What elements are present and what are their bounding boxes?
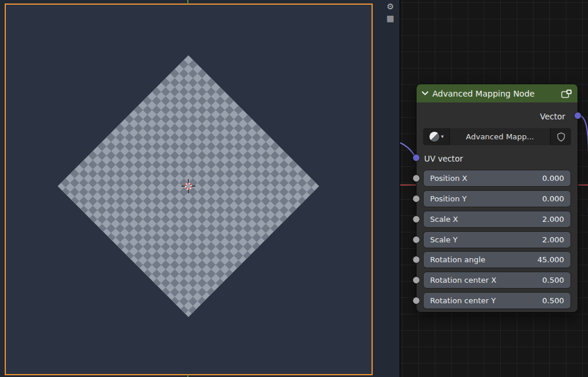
field-label: Rotation angle [430,255,486,264]
shield-icon [557,132,565,142]
number-field[interactable]: Rotation center Y 0.500 [424,293,570,309]
number-field[interactable]: Rotation angle 45.000 [424,252,570,268]
output-row: Vector [417,109,577,124]
field-value: 0.500 [542,276,564,285]
node-advanced-mapping[interactable]: Advanced Mapping Node Vector ▾ A [416,84,578,313]
nodetree-selector: ▾ Advanced Mapp... [423,128,571,145]
node-field-row: Rotation angle 45.000 [417,252,577,268]
preview-sphere-icon [429,131,440,142]
field-value: 45.000 [538,255,565,264]
3d-cursor-icon [181,179,196,194]
node-field-row: Rotation center Y 0.500 [417,293,577,309]
input-socket-uv-vector[interactable] [412,154,420,162]
y-axis-line [187,375,188,377]
input-socket-rotation-angle[interactable] [412,256,420,263]
output-socket-vector[interactable] [574,112,582,119]
grid-icon[interactable]: ▦ [384,13,396,24]
node-group-icon [561,89,572,98]
field-label: Rotation center X [430,276,496,285]
viewport-3d[interactable]: ⚙ ▦ [0,0,400,377]
number-field[interactable]: Scale Y 2.000 [424,232,570,248]
nodetree-name-field[interactable]: Advanced Mapp... [450,128,550,145]
number-field[interactable]: Position Y 0.000 [424,191,570,207]
number-field[interactable]: Rotation center X 0.500 [424,272,570,288]
input-socket-rotation-center-y[interactable] [412,297,420,304]
node-field-row: Rotation center X 0.500 [417,272,577,288]
input-socket-position-y[interactable] [412,195,420,203]
viewport-corner-controls: ⚙ ▦ [384,1,396,24]
input-socket-rotation-center-x[interactable] [412,276,420,284]
field-value: 2.000 [542,215,564,224]
selected-plane-object[interactable] [5,4,373,375]
dropdown-chevron-icon: ▾ [441,134,444,139]
browse-nodetree-button[interactable]: ▾ [423,128,449,145]
blender-window: ⚙ ▦ Advanced Mapping Node [0,0,588,377]
nodetree-name-text: Advanced Mapp... [466,132,534,141]
node-editor-canvas[interactable]: Advanced Mapping Node Vector ▾ A [400,0,588,377]
output-label: Vector [540,112,565,121]
collapse-chevron-icon[interactable] [422,91,428,95]
field-label: Scale Y [430,235,458,244]
node-field-row: Scale Y 2.000 [417,232,577,248]
input-row: UV vector [417,152,577,166]
node-field-row: Scale X 2.000 [417,211,577,227]
input-label: UV vector [424,154,463,163]
field-value: 0.000 [542,174,564,183]
fake-user-toggle[interactable] [551,128,571,145]
field-label: Position Y [430,194,467,203]
node-field-row: Position X 0.000 [417,170,577,186]
field-value: 0.500 [542,296,564,305]
field-value: 0.000 [542,194,564,203]
node-header[interactable]: Advanced Mapping Node [417,84,577,102]
input-socket-scale-x[interactable] [412,215,420,223]
number-field[interactable]: Position X 0.000 [424,170,570,186]
field-label: Position X [430,174,467,183]
input-socket-position-x[interactable] [412,174,420,182]
field-label: Rotation center Y [430,296,496,305]
gear-icon[interactable]: ⚙ [384,1,396,12]
input-socket-scale-y[interactable] [412,236,420,244]
field-label: Scale X [430,215,458,224]
y-axis-line [187,0,188,4]
number-field[interactable]: Scale X 2.000 [424,211,570,227]
node-title: Advanced Mapping Node [432,89,557,98]
field-value: 2.000 [542,235,564,244]
link-from-vector-output [578,115,588,213]
node-field-row: Position Y 0.000 [417,191,577,207]
